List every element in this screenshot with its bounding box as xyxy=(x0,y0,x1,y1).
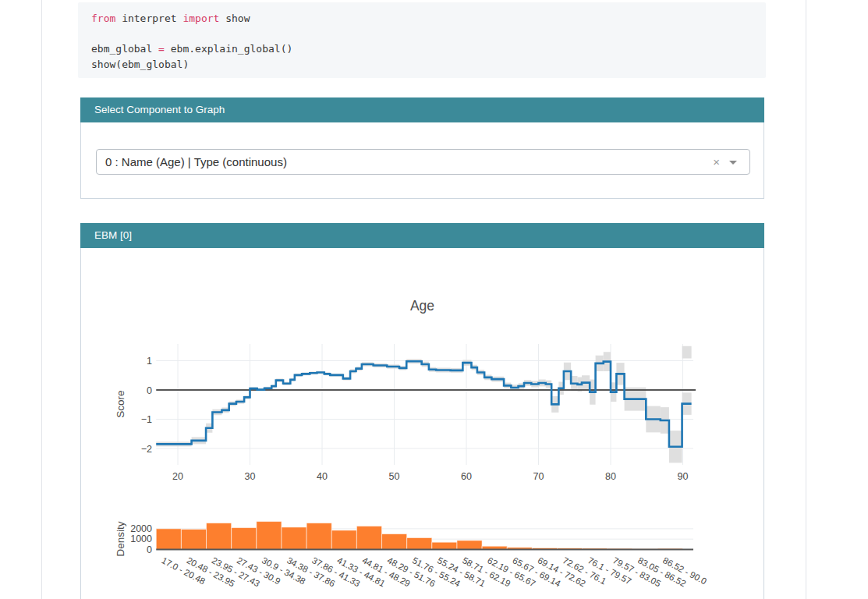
density-tick-label: 2000 xyxy=(130,523,152,534)
histogram-bar xyxy=(232,528,257,550)
histogram-bar xyxy=(156,529,181,550)
histogram-bar xyxy=(306,523,331,550)
clear-selection-icon[interactable]: × xyxy=(713,150,720,174)
histogram-bar xyxy=(331,530,356,550)
y-axis-title: Score xyxy=(115,390,126,417)
score-step-line xyxy=(156,361,691,447)
x-tick-label: 40 xyxy=(317,471,328,482)
content-border-left xyxy=(41,0,42,599)
histogram-bar xyxy=(407,537,432,549)
histogram-bar xyxy=(432,542,457,549)
histogram-bar xyxy=(181,530,206,550)
dropdown-caret-icon[interactable] xyxy=(729,161,737,165)
component-select[interactable]: 0 : Name (Age) | Type (continuous) × xyxy=(96,149,750,175)
code-line: show(ebm_global) xyxy=(91,57,766,73)
content-border-right xyxy=(806,0,806,599)
density-tick-label: 0 xyxy=(147,544,152,555)
density-axis-title: Density xyxy=(115,521,126,556)
code-cell[interactable]: from interpret import show ebm_global = … xyxy=(78,2,766,78)
histogram-bar xyxy=(282,527,306,550)
ebm-graph-card: EBM [0] Age 10−1−22030405060708090Score0… xyxy=(80,223,764,599)
y-tick-label: −1 xyxy=(141,414,152,425)
y-tick-label: 1 xyxy=(147,356,152,367)
x-tick-label: 90 xyxy=(678,471,689,482)
x-tick-label: 30 xyxy=(245,471,256,482)
select-card-header: Select Component to Graph xyxy=(80,97,764,122)
y-tick-label: −2 xyxy=(141,444,152,455)
chart-title: Age xyxy=(81,298,763,314)
code-line: ebm_global = ebm.explain_global() xyxy=(91,41,766,57)
error-band xyxy=(682,346,692,359)
x-tick-label: 80 xyxy=(605,471,616,482)
x-tick-label: 60 xyxy=(461,471,472,482)
histogram-bar xyxy=(257,522,282,550)
x-tick-label: 50 xyxy=(389,471,400,482)
code-line: from interpret import show xyxy=(91,11,766,27)
ebm-feature-chart[interactable]: 10−1−22030405060708090Score010002000Dens… xyxy=(81,327,763,599)
code-text: from interpret import show ebm_global = … xyxy=(91,11,766,73)
density-tick-label: 1000 xyxy=(130,533,152,544)
x-tick-label: 20 xyxy=(172,471,183,482)
component-select-value: 0 : Name (Age) | Type (continuous) xyxy=(105,150,287,174)
code-line xyxy=(91,27,766,42)
histogram-bar xyxy=(382,534,407,550)
chart-body: Age 10−1−22030405060708090Score010002000… xyxy=(81,249,763,599)
select-component-card: Select Component to Graph 0 : Name (Age)… xyxy=(80,97,764,199)
x-tick-label: 70 xyxy=(533,471,544,482)
histogram-bar xyxy=(207,523,232,550)
histogram-bar xyxy=(356,526,381,550)
y-tick-label: 0 xyxy=(147,385,152,396)
histogram-bar xyxy=(457,541,482,550)
ebm-card-header: EBM [0] xyxy=(80,223,764,248)
notebook-page: { "colors": { "accent_teal": "#3c8a99", … xyxy=(0,0,868,599)
